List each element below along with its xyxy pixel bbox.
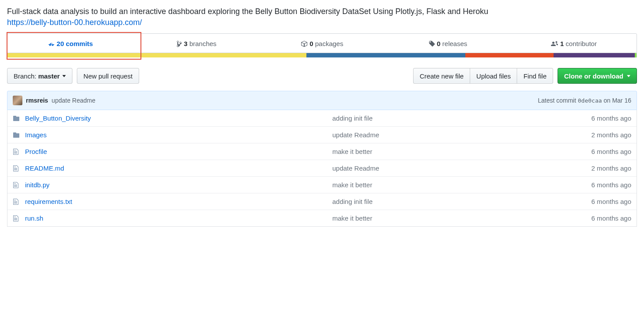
- table-row: initdb.pymake it better6 months ago: [7, 176, 637, 193]
- file-name-link[interactable]: initdb.py: [25, 181, 50, 189]
- tag-icon: [428, 40, 435, 47]
- releases-count: 0: [437, 40, 440, 47]
- table-row: README.mdupdate Readme2 months ago: [7, 160, 637, 176]
- packages-tab[interactable]: 0 packages: [259, 34, 385, 53]
- commits-tab[interactable]: 20 commits: [7, 34, 133, 53]
- branches-count: 3: [184, 40, 187, 47]
- commit-author-link[interactable]: rmsreis: [26, 97, 48, 104]
- file-nav-toolbar: Branch: master New pull request Create n…: [7, 68, 637, 84]
- file-icon: [13, 215, 25, 222]
- file-name-link[interactable]: README.md: [25, 164, 64, 172]
- find-file-button[interactable]: Find file: [517, 68, 553, 84]
- table-row: run.shmake it better6 months ago: [7, 210, 637, 226]
- clone-download-button[interactable]: Clone or download: [558, 68, 637, 84]
- language-breakdown-bar[interactable]: [7, 53, 637, 57]
- commit-date: on Mar 16: [604, 97, 631, 104]
- create-new-file-button[interactable]: Create new file: [413, 68, 470, 84]
- file-icon: [13, 182, 25, 189]
- file-age: 6 months ago: [561, 198, 631, 205]
- file-age: 6 months ago: [561, 214, 631, 222]
- new-pull-request-button[interactable]: New pull request: [77, 68, 139, 84]
- file-name-link[interactable]: requirements.txt: [25, 198, 72, 205]
- caret-down-icon: [62, 75, 66, 77]
- file-commit-message[interactable]: make it better: [332, 214, 561, 222]
- packages-label: packages: [315, 40, 343, 47]
- branches-label: branches: [189, 40, 216, 47]
- commits-label: commits: [66, 40, 93, 47]
- commits-count: 20: [57, 40, 64, 47]
- branch-select-button[interactable]: Branch: master: [7, 68, 72, 84]
- contributors-tab[interactable]: 1 contributor: [511, 34, 637, 53]
- file-commit-message[interactable]: update Readme: [332, 164, 561, 172]
- file-name-link[interactable]: Images: [25, 131, 47, 139]
- upload-files-button[interactable]: Upload files: [470, 68, 517, 84]
- file-name-link[interactable]: Procfile: [25, 148, 47, 155]
- file-age: 6 months ago: [561, 181, 631, 189]
- language-segment[interactable]: [7, 53, 306, 57]
- branch-name: master: [38, 72, 60, 80]
- language-segment[interactable]: [554, 53, 635, 57]
- releases-tab[interactable]: 0 releases: [385, 34, 511, 53]
- commit-sha-link[interactable]: 0de0caa: [578, 97, 602, 104]
- file-commit-message[interactable]: update Readme: [332, 131, 561, 139]
- avatar[interactable]: [13, 96, 22, 105]
- file-age: 2 months ago: [561, 131, 631, 139]
- branch-icon: [176, 40, 182, 47]
- releases-label: releases: [443, 40, 468, 47]
- contributors-count: 1: [560, 40, 564, 47]
- file-icon: [13, 148, 25, 155]
- caret-down-icon: [627, 75, 630, 77]
- repo-summary-bar: 20 commits 3 branches 0 packages 0 relea…: [7, 33, 637, 57]
- file-icon: [13, 165, 25, 172]
- repo-website-link[interactable]: https://belly-button-00.herokuapp.com/: [7, 18, 142, 27]
- folder-icon: [13, 132, 25, 139]
- contributors-label: contributor: [566, 40, 597, 47]
- file-age: 6 months ago: [561, 148, 631, 155]
- clone-button-label: Clone or download: [564, 72, 623, 80]
- file-commit-message[interactable]: make it better: [332, 148, 561, 155]
- file-commit-message[interactable]: adding init file: [332, 198, 561, 205]
- repo-description: Full-stack data analysis to build an int…: [7, 7, 637, 16]
- file-name-link[interactable]: Belly_Button_Diversity: [25, 114, 91, 122]
- file-commit-message[interactable]: adding init file: [332, 114, 561, 122]
- language-segment[interactable]: [465, 53, 554, 57]
- branches-tab[interactable]: 3 branches: [133, 34, 259, 53]
- table-row: Imagesupdate Readme2 months ago: [7, 126, 637, 143]
- language-segment[interactable]: [306, 53, 466, 57]
- table-row: Belly_Button_Diversityadding init file6 …: [7, 110, 637, 126]
- history-icon: [48, 40, 55, 47]
- language-segment[interactable]: [635, 53, 637, 57]
- table-row: Procfilemake it better6 months ago: [7, 143, 637, 160]
- latest-commit-bar: rmsreis update Readme Latest commit 0de0…: [7, 91, 637, 110]
- people-icon: [550, 40, 558, 47]
- file-name-link[interactable]: run.sh: [25, 214, 43, 222]
- package-icon: [301, 40, 308, 47]
- file-age: 6 months ago: [561, 114, 631, 122]
- commit-message-link[interactable]: update Readme: [52, 97, 96, 104]
- file-listing: Belly_Button_Diversityadding init file6 …: [7, 110, 637, 227]
- folder-icon: [13, 115, 25, 122]
- branch-prefix-label: Branch:: [14, 72, 36, 80]
- packages-count: 0: [309, 40, 313, 47]
- file-commit-message[interactable]: make it better: [332, 181, 561, 189]
- file-icon: [13, 198, 25, 205]
- file-age: 2 months ago: [561, 164, 631, 172]
- table-row: requirements.txtadding init file6 months…: [7, 193, 637, 210]
- file-actions-group: Create new file Upload files Find file: [413, 68, 553, 84]
- latest-commit-label: Latest commit: [538, 97, 576, 104]
